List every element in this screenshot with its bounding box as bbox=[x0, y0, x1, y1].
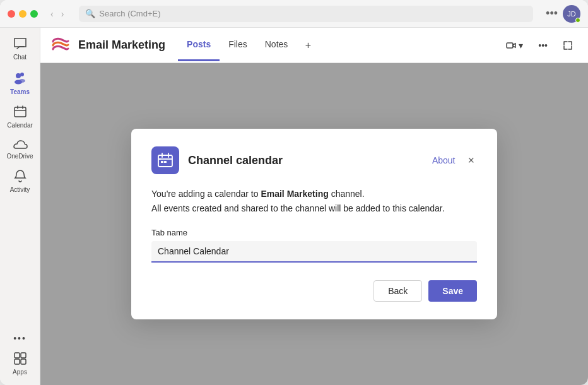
sidebar-item-teams[interactable]: Teams bbox=[4, 66, 37, 100]
desc-line2: All events created and shared to the cha… bbox=[151, 203, 445, 213]
search-icon: 🔍 bbox=[85, 9, 95, 18]
add-tab-button[interactable]: + bbox=[299, 37, 317, 54]
sidebar-item-apps[interactable]: Apps bbox=[4, 348, 37, 380]
tab-files[interactable]: Files bbox=[220, 29, 256, 61]
modal-title: Channel calendar bbox=[188, 154, 432, 167]
sidebar-item-calendar[interactable]: Calendar bbox=[4, 101, 37, 133]
close-window-button[interactable] bbox=[8, 10, 15, 18]
search-placeholder: Search (Cmd+E) bbox=[99, 9, 160, 18]
teams-icon bbox=[13, 70, 28, 87]
apps-label: Apps bbox=[13, 369, 27, 376]
forward-button[interactable]: › bbox=[59, 8, 67, 20]
modal-overlay: Channel calendar About × You're adding a… bbox=[40, 63, 588, 385]
desc-prefix: You're adding a calendar to bbox=[151, 189, 261, 199]
search-bar[interactable]: 🔍 Search (Cmd+E) bbox=[79, 6, 533, 22]
sidebar-item-more[interactable]: ••• bbox=[4, 330, 37, 346]
modal-header: Channel calendar About × bbox=[151, 146, 477, 174]
desc-suffix: channel. bbox=[329, 189, 365, 199]
modal-actions: Back Save bbox=[151, 280, 477, 302]
svg-rect-8 bbox=[21, 359, 26, 364]
back-button[interactable]: ‹ bbox=[48, 8, 56, 20]
content-body: Welcome to the Email Marketing channel L… bbox=[40, 63, 588, 385]
sidebar: Chat Teams bbox=[0, 28, 40, 385]
svg-rect-12 bbox=[161, 161, 163, 163]
save-button[interactable]: Save bbox=[428, 280, 477, 302]
svg-rect-6 bbox=[21, 353, 26, 358]
tab-posts[interactable]: Posts bbox=[178, 29, 220, 61]
onedrive-icon bbox=[13, 138, 28, 151]
header-right: ▾ ••• bbox=[501, 37, 578, 54]
titlebar-more-button[interactable]: ••• bbox=[546, 7, 558, 20]
apps-icon bbox=[13, 352, 27, 367]
calendar-label: Calendar bbox=[7, 122, 33, 129]
presence-indicator bbox=[575, 18, 580, 23]
channel-header: Email Marketing Posts Files Notes + ▾ bbox=[40, 28, 588, 63]
field-label: Tab name bbox=[151, 228, 477, 237]
calendar-icon bbox=[13, 105, 27, 121]
svg-rect-4 bbox=[15, 107, 26, 117]
expand-button[interactable] bbox=[558, 37, 578, 54]
maximize-window-button[interactable] bbox=[30, 10, 38, 18]
more-options-button[interactable]: ••• bbox=[533, 37, 553, 54]
content-area: Email Marketing Posts Files Notes + ▾ bbox=[40, 28, 588, 385]
titlebar-right: ••• JD bbox=[546, 5, 580, 23]
back-button[interactable]: Back bbox=[373, 280, 422, 302]
chat-icon bbox=[13, 37, 27, 52]
calendar-app-icon bbox=[157, 152, 173, 169]
tab-name-field: Tab name bbox=[151, 228, 477, 263]
tab-name-input[interactable] bbox=[151, 241, 477, 263]
svg-rect-13 bbox=[164, 161, 167, 163]
channel-calendar-modal: Channel calendar About × You're adding a… bbox=[131, 129, 497, 319]
svg-point-2 bbox=[16, 73, 21, 78]
desc-channel-name: Email Marketing bbox=[261, 189, 328, 199]
sidebar-item-onedrive[interactable]: OneDrive bbox=[4, 134, 37, 164]
onedrive-label: OneDrive bbox=[6, 153, 33, 160]
meet-now-button[interactable]: ▾ bbox=[501, 37, 528, 54]
expand-icon bbox=[563, 40, 573, 50]
modal-app-icon bbox=[151, 146, 179, 174]
about-link[interactable]: About bbox=[432, 155, 456, 165]
video-icon bbox=[506, 40, 516, 50]
app-window: ‹ › 🔍 Search (Cmd+E) ••• JD bbox=[0, 0, 588, 385]
nav-arrows: ‹ › bbox=[48, 8, 66, 20]
svg-rect-7 bbox=[15, 359, 20, 364]
traffic-lights bbox=[8, 10, 38, 18]
svg-rect-9 bbox=[507, 43, 513, 48]
modal-description: You're adding a calendar to Email Market… bbox=[151, 187, 477, 215]
channel-name: Email Marketing bbox=[78, 38, 165, 52]
channel-tabs: Posts Files Notes + bbox=[178, 29, 317, 61]
tab-notes[interactable]: Notes bbox=[256, 29, 297, 61]
svg-point-3 bbox=[15, 80, 22, 85]
sidebar-item-chat[interactable]: Chat bbox=[4, 33, 37, 65]
chat-label: Chat bbox=[13, 54, 26, 61]
sidebar-item-activity[interactable]: Activity bbox=[4, 165, 37, 198]
activity-icon bbox=[13, 169, 27, 185]
teams-label: Teams bbox=[10, 88, 30, 96]
titlebar: ‹ › 🔍 Search (Cmd+E) ••• JD bbox=[0, 0, 588, 28]
activity-label: Activity bbox=[10, 186, 30, 194]
more-icon: ••• bbox=[13, 334, 26, 343]
main-layout: Chat Teams bbox=[0, 28, 588, 385]
channel-brand-icon bbox=[50, 35, 71, 56]
svg-rect-5 bbox=[15, 353, 20, 358]
avatar[interactable]: JD bbox=[563, 5, 580, 23]
modal-close-button[interactable]: × bbox=[465, 151, 477, 170]
minimize-window-button[interactable] bbox=[19, 10, 26, 18]
